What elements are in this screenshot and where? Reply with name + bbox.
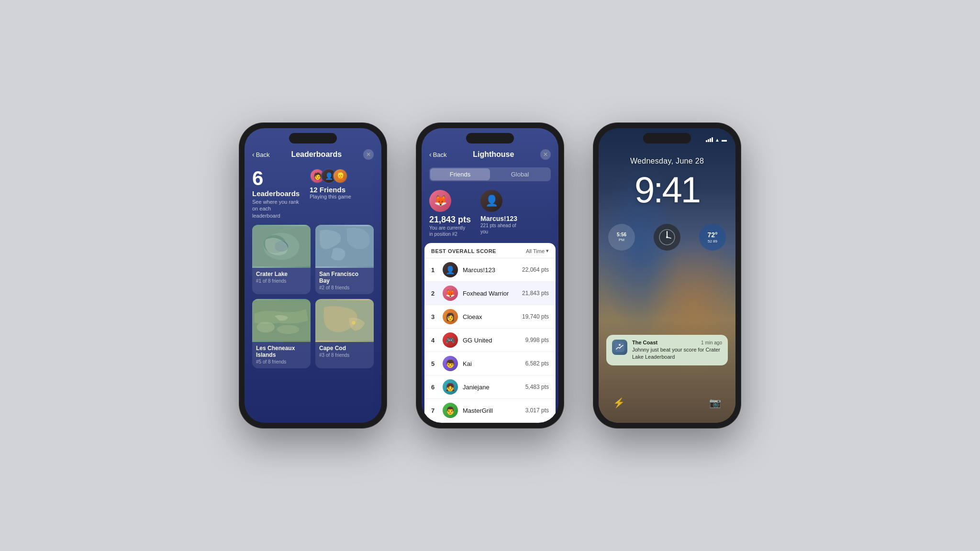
widget-time-value: 5:56 (617, 232, 626, 238)
lockscreen-bottom: ⚡ 📷 (599, 397, 735, 408)
lb-name-7: MasterGrill (463, 407, 525, 414)
friend-avatar-3: 👱 (333, 168, 348, 184)
widget-temp-value: 72° (707, 231, 717, 239)
lockscreen-widgets: 5:56 PM 72° 52 89 (608, 224, 726, 251)
lb-name-2: Foxhead Warrior (463, 290, 522, 297)
lb-header-row: BEST OVERALL SCORE All Time ▾ (424, 243, 556, 258)
signal-bar-4 (712, 137, 713, 142)
leaderboard-label: Leaderboards (252, 189, 300, 198)
map-rank-cape-cod: #3 of 8 friends (319, 353, 370, 358)
lockscreen: ▲ ▬ Wednesday, June 28 9:41 5:56 PM (599, 128, 735, 423)
leaderboard-section: BEST OVERALL SCORE All Time ▾ 1 👤 Marcus… (424, 243, 556, 423)
signal-bar-3 (710, 138, 711, 142)
dynamic-island-2 (466, 133, 514, 143)
notification-header: The Coast 1 min ago (632, 340, 722, 345)
lb-row-1[interactable]: 1 👤 Marcus!123 22,064 pts (424, 258, 556, 282)
hero-sub-opponent: 221 pts ahead of you (480, 222, 523, 235)
close-button-2[interactable]: ✕ (540, 149, 551, 160)
lb-row-4[interactable]: 4 🎮 GG United 9,998 pts (424, 329, 556, 352)
close-icon-1: ✕ (366, 151, 371, 158)
back-button-1[interactable]: ‹ Back (252, 151, 270, 158)
widget-time-pm: 5:56 PM (608, 224, 635, 251)
back-chevron-icon: ‹ (252, 151, 255, 158)
lb-avatar-6: 👧 (443, 379, 458, 395)
lb-rank-1: 1 (431, 266, 440, 274)
lighthouse-screen: ‹ Back Lighthouse ✕ Friends Global (422, 128, 558, 423)
back-button-2[interactable]: ‹ Back (429, 151, 447, 158)
hero-player-opponent: 👤 Marcus!123 221 pts ahead of you (480, 190, 523, 235)
clock-svg (658, 229, 676, 246)
map-rank-sf-bay: #2 of 8 friends (319, 285, 370, 290)
lb-rank-7: 7 (431, 407, 440, 414)
map-image-crater-lake (252, 225, 311, 268)
lb-score-6: 5,483 pts (525, 384, 549, 390)
lb-score-7: 3,017 pts (525, 407, 549, 414)
lb-row-7[interactable]: 7 👨 MasterGrill 3,017 pts (424, 399, 556, 422)
map-name-sf-bay: San Francisco Bay (319, 271, 370, 284)
friend-avatars: 🧑 👤 👱 (310, 168, 348, 184)
lb-score-3: 19,740 pts (522, 313, 549, 320)
lb-name-1: Marcus!123 (463, 266, 522, 274)
hero-avatar-opponent: 👤 (480, 190, 502, 212)
widget-time-ampm: PM (619, 238, 624, 242)
lb-row-5[interactable]: 5 👦 Kai 6,582 pts (424, 352, 556, 375)
svg-point-16 (619, 344, 621, 346)
phone-leaderboards: ‹ Back Leaderboards ✕ 6 Leaderboards See… (239, 122, 387, 429)
back-label-1: Back (256, 151, 270, 158)
friends-sub: Playing this game (310, 194, 351, 199)
friends-section: 🧑 👤 👱 12 Friends Playing this game (310, 168, 351, 199)
hero-avatar-self: 🦊 (429, 190, 451, 212)
lb-header-title: BEST OVERALL SCORE (431, 248, 496, 254)
leaderboards-title: Leaderboards (291, 150, 342, 159)
lb-avatar-1: 👤 (443, 262, 458, 277)
lb-score-1: 22,064 pts (522, 266, 549, 273)
flashlight-icon[interactable]: ⚡ (613, 397, 625, 408)
widget-clock (654, 224, 680, 251)
coast-icon (615, 342, 624, 352)
status-bar: ▲ ▬ (706, 137, 727, 143)
map-card-les-cheneaux[interactable]: Les Cheneaux Islands #5 of 8 friends (252, 299, 311, 368)
lb-filter[interactable]: All Time ▾ (526, 248, 549, 254)
map-card-crater-lake[interactable]: Crater Lake #1 of 8 friends (252, 225, 311, 294)
map-info-crater-lake: Crater Lake #1 of 8 friends (252, 268, 311, 287)
map-image-cape-cod (315, 299, 374, 342)
map-image-sf-bay (315, 225, 374, 268)
phones-container: ‹ Back Leaderboards ✕ 6 Leaderboards See… (239, 122, 741, 429)
notification-content: The Coast 1 min ago Johnny just beat you… (632, 340, 722, 361)
notification-card[interactable]: The Coast 1 min ago Johnny just beat you… (606, 335, 728, 365)
camera-icon[interactable]: 📷 (709, 397, 721, 408)
lb-avatar-4: 🎮 (443, 332, 458, 348)
lb-row-3[interactable]: 3 👩 Cloeax 19,740 pts (424, 305, 556, 329)
svg-point-8 (277, 325, 300, 334)
notification-time: 1 min ago (701, 340, 722, 345)
phone-lockscreen: ▲ ▬ Wednesday, June 28 9:41 5:56 PM (593, 122, 741, 429)
map-image-les-cheneaux (252, 299, 311, 342)
lb-rank-2: 2 (431, 290, 440, 297)
lb-score-4: 9,998 pts (525, 337, 549, 343)
map-name-cape-cod: Cape Cod (319, 345, 370, 352)
lb-name-4: GG United (463, 337, 525, 344)
svg-point-14 (666, 236, 668, 238)
signal-bar-2 (708, 139, 709, 142)
lb-name-6: Janiejane (463, 384, 525, 391)
map-info-les-cheneaux: Les Cheneaux Islands #5 of 8 friends (252, 342, 311, 368)
leaderboard-count-section: 6 Leaderboards See where you rank on eac… (252, 168, 300, 219)
lb-score-2: 21,843 pts (522, 290, 549, 297)
map-card-cape-cod[interactable]: Cape Cod #3 of 8 friends (315, 299, 374, 368)
lb-row-2[interactable]: 2 🦊 Foxhead Warrior 21,843 pts (424, 282, 556, 305)
tab-global[interactable]: Global (490, 168, 550, 180)
lb-name-3: Cloeax (463, 313, 522, 320)
tab-friends[interactable]: Friends (430, 168, 490, 180)
lb-avatar-7: 👨 (443, 403, 458, 418)
leader-hero: 🦊 21,843 pts You are currently in positi… (422, 186, 558, 243)
lb-row-8[interactable]: 8 🦁 Lionheart 930 pts (424, 422, 556, 423)
lb-rank-5: 5 (431, 360, 440, 367)
notification-app-name: The Coast (632, 340, 657, 345)
close-button-1[interactable]: ✕ (363, 149, 374, 160)
map-card-sf-bay[interactable]: San Francisco Bay #2 of 8 friends (315, 225, 374, 294)
map-info-sf-bay: San Francisco Bay #2 of 8 friends (315, 268, 374, 294)
lb-rank-6: 6 (431, 384, 440, 391)
notification-message: Johnny just beat your score for Crater L… (632, 346, 722, 361)
lb-row-6[interactable]: 6 👧 Janiejane 5,483 pts (424, 375, 556, 399)
map-info-cape-cod: Cape Cod #3 of 8 friends (315, 342, 374, 362)
